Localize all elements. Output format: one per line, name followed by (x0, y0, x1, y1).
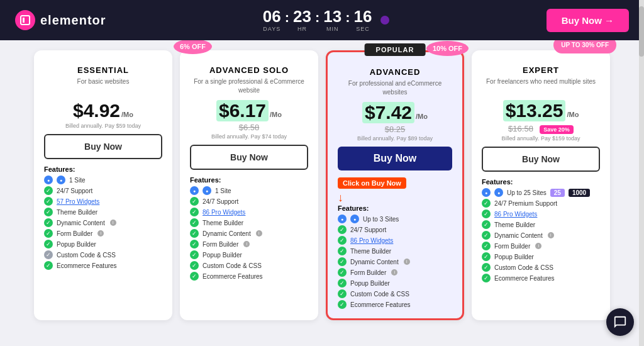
feature-item: ✓Dynamic Contenti (190, 229, 308, 238)
feature-icon: ✓ (44, 197, 53, 206)
feature-item: ✓Theme Builder (482, 220, 600, 229)
plan-desc: For a single professional & eCommerce we… (190, 77, 308, 95)
feature-icon: ✓ (482, 242, 491, 250)
logo-icon (15, 10, 35, 30)
feature-item: ●●1 Site (44, 176, 162, 184)
feature-icon: ✓ (338, 257, 347, 266)
feature-icon: ✓ (190, 261, 199, 270)
feature-icon-blue: ● (494, 188, 503, 197)
feature-item: ✓Ecommerce Features (44, 261, 162, 270)
feature-icon: ✓ (44, 250, 53, 259)
feature-item: ✓Custom Code & CSS (482, 263, 600, 272)
discount-bubble: UP TO 30% OFF (553, 40, 616, 53)
countdown-hr: 23 HR (293, 8, 311, 32)
plan-card-advanced-solo: 6% OFFADVANCED SOLOFor a single professi… (180, 50, 318, 320)
chat-button[interactable] (606, 308, 634, 336)
feature-text: Popup Builder (494, 254, 534, 260)
info-icon[interactable]: i (535, 243, 541, 249)
feature-item: ✓Custom Code & CSS (338, 289, 452, 298)
feature-link[interactable]: 57 Pro Widgets (57, 198, 99, 205)
features-label: Features: (338, 204, 452, 212)
features-label: Features: (482, 178, 600, 186)
feature-text: Theme Builder (57, 209, 97, 216)
feature-text: Theme Builder (494, 221, 535, 228)
info-icon[interactable]: i (391, 269, 397, 276)
feature-text: Ecommerce Features (203, 273, 263, 280)
feature-text: 24/7 Premium Support (494, 200, 557, 207)
plan-buy-button-essential[interactable]: Buy Now (44, 134, 162, 159)
feature-text: Form Builder (494, 243, 530, 250)
feature-link[interactable]: 86 Pro Widgets (350, 237, 393, 244)
feature-icon: ✓ (190, 272, 199, 281)
plan-name: ADVANCED (338, 67, 452, 77)
feature-item: ✓Dynamic Contenti (44, 218, 162, 227)
feature-icon: ✓ (44, 240, 53, 248)
feature-icon: ✓ (482, 263, 491, 272)
info-icon[interactable]: i (548, 232, 554, 238)
feature-icon: ✓ (482, 252, 491, 261)
scrollbar[interactable] (639, 0, 644, 346)
feature-text: Ecommerce Features (57, 262, 117, 269)
sep3: : (345, 9, 350, 26)
price-mo: /Mo (416, 113, 428, 120)
svg-rect-0 (21, 16, 30, 25)
price-original: $8.25 (338, 125, 452, 134)
countdown-sec: 16 SEC (354, 8, 372, 32)
feature-icon: ✓ (338, 300, 347, 309)
price-mo: /Mo (567, 111, 579, 118)
feature-icon: ✓ (190, 197, 199, 206)
price-billed: Billed annually. Pay $89 today (338, 135, 452, 142)
plan-desc: For professional and eCommerce websites (338, 79, 452, 97)
feature-icon: ✓ (338, 268, 347, 277)
info-icon[interactable]: i (256, 230, 262, 237)
feature-icon-blue: ● (350, 215, 359, 223)
feature-icon: ● (190, 186, 199, 195)
feature-text: Dynamic Content (203, 230, 251, 237)
info-icon[interactable]: i (97, 230, 104, 237)
feature-text: Custom Code & CSS (57, 252, 116, 259)
feature-text: Theme Builder (350, 248, 391, 255)
feature-text: Form Builder (350, 269, 386, 276)
features-label: Features: (44, 165, 162, 173)
discount-bubble: 6% OFF (174, 40, 212, 54)
plan-name: ESSENTIAL (44, 65, 162, 75)
feature-item: ✓Custom Code & CSS (190, 261, 308, 270)
feature-icon: ✓ (482, 231, 491, 240)
feature-icon: ✓ (44, 229, 53, 238)
plan-buy-button-advanced[interactable]: Buy Now (338, 147, 452, 170)
feature-item: ✓Dynamic Contenti (338, 257, 452, 266)
scroll-thumb (639, 6, 644, 57)
feature-item: ✓24/7 Support (44, 186, 162, 195)
feature-icon: ✓ (338, 225, 347, 234)
feature-icon: ✓ (44, 186, 53, 195)
price-billed: Billed annually. Pay $159 today (482, 135, 600, 142)
feature-icon-blue: ● (203, 186, 211, 195)
plan-buy-button-advanced-solo[interactable]: Buy Now (190, 145, 308, 170)
countdown: 06 DAYS : 23 HR : 13 MIN : 16 SEC (263, 8, 390, 32)
price-value: $7.42 (362, 102, 414, 123)
feature-icon: ● (482, 188, 491, 197)
plan-card-advanced: POPULAR10% OFFADVANCEDFor professional a… (326, 50, 464, 320)
header-buy-now-button[interactable]: Buy Now → (547, 9, 629, 32)
feature-icon: ✓ (338, 247, 347, 255)
feature-text: Up to 25 Sites (507, 189, 547, 196)
sites-badge-25: 25 (550, 189, 565, 197)
plan-card-expert: UP TO 30% OFFEXPERTFor freelancers who n… (472, 50, 610, 320)
price-mo: /Mo (270, 111, 282, 118)
info-icon[interactable]: i (404, 259, 410, 265)
feature-item: ●●Up to 3 Sites (338, 215, 452, 223)
feature-item: ✓Ecommerce Features (190, 272, 308, 281)
plan-buy-button-expert[interactable]: Buy Now (482, 147, 600, 172)
feature-item: ✓Theme Builder (190, 218, 308, 227)
price-original: $6.58 (190, 123, 308, 132)
feature-text: Form Builder (57, 230, 92, 237)
info-icon[interactable]: i (110, 220, 116, 226)
save-badge: Save 20% (540, 125, 574, 134)
sites-badge-1000: 1000 (569, 189, 590, 197)
main-content: ESSENTIALFor basic websites $4.92 /Mo Bi… (0, 40, 644, 346)
feature-link[interactable]: 86 Pro Widgets (203, 209, 245, 216)
feature-link[interactable]: 86 Pro Widgets (494, 211, 537, 218)
feature-item: ✓86 Pro Widgets (190, 208, 308, 216)
price-mo: /Mo (121, 111, 133, 118)
info-icon[interactable]: i (243, 241, 250, 247)
